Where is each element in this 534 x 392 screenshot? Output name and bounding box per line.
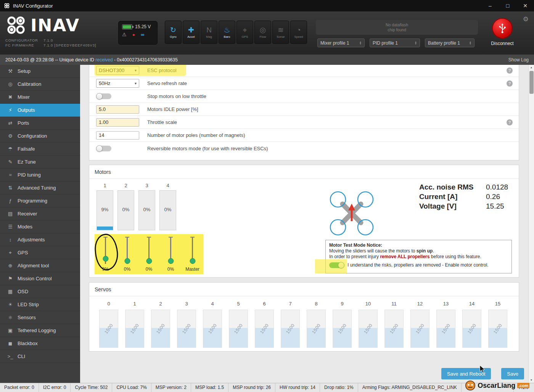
motor-control-enable-toggle[interactable]	[329, 262, 344, 268]
sidebar-item-failsafe[interactable]: ☂ Failsafe	[0, 143, 80, 156]
sidebar-item-mixer[interactable]: ✖ Mixer	[0, 91, 80, 104]
settings-gear-icon[interactable]	[523, 15, 529, 23]
motor-slider[interactable]: Master	[182, 237, 203, 274]
slider-track[interactable]	[170, 237, 171, 264]
esc-protocol-select[interactable]: DSHOT300	[96, 66, 139, 75]
servo-channel: 5 1500	[229, 301, 248, 348]
esc-protocol-label: ESC protocol	[147, 67, 177, 73]
minimize-button[interactable]: –	[481, 0, 499, 11]
titlebar: INAV Configurator – □ ✕	[0, 0, 534, 11]
slider-track[interactable]	[148, 237, 150, 264]
show-log-button[interactable]: Show Log	[508, 57, 529, 63]
idle-power-input[interactable]	[96, 105, 139, 114]
sidebar-item-adjustments[interactable]: ↕ Adjustments	[0, 233, 80, 246]
spinner-arrows-icon	[415, 41, 417, 45]
servo-refresh-row: 50Hz Servo refresh rate	[89, 77, 519, 90]
slider-knob[interactable]	[103, 256, 108, 262]
motor-bar: 0%	[117, 190, 134, 230]
telemetry-label: Current [A]	[419, 192, 486, 201]
sidebar-item-label: Mixer	[18, 94, 30, 100]
slider-label: 0%	[146, 267, 152, 272]
pid-profile-select[interactable]: PID profile 1	[370, 39, 420, 47]
mixer-profile-select[interactable]: Mixer profile 1	[317, 39, 365, 47]
help-icon[interactable]	[507, 67, 513, 74]
sidebar-item-outputs[interactable]: ⚡ Outputs	[0, 104, 80, 117]
help-icon[interactable]	[507, 119, 513, 125]
disconnect-label: Disconnect	[490, 41, 515, 46]
flow-icon: ◎	[260, 26, 266, 34]
servo-bar: 1500	[229, 310, 248, 348]
slider-track[interactable]	[192, 237, 193, 264]
sensor-sonar: ≋ Sonar	[272, 21, 289, 44]
close-button[interactable]: ✕	[516, 0, 534, 11]
sidebar-item-tethered-logging[interactable]: ▣ Tethered Logging	[0, 324, 80, 337]
baro-icon: ♨	[224, 26, 230, 34]
servo-bar: 1500	[281, 310, 300, 348]
sidebar-item-receiver[interactable]: ▤ Receiver	[0, 207, 80, 220]
save-button[interactable]: Save	[501, 368, 524, 379]
sidebar-item-alignment-tool[interactable]: ⊕ Alignment tool	[0, 259, 80, 272]
slider-track[interactable]	[105, 237, 106, 264]
reversible-motors-toggle[interactable]	[96, 146, 111, 151]
slider-knob[interactable]	[146, 258, 152, 264]
slider-knob[interactable]	[168, 258, 174, 264]
status-item: Cycle Time: 502	[71, 383, 112, 392]
servo-refresh-select[interactable]: 50Hz	[96, 79, 139, 88]
sidebar-item-ports[interactable]: ⇄ Ports	[0, 117, 80, 130]
servo-channel: 2 1500	[151, 301, 170, 348]
sidebar-item-blackbox[interactable]: ◼ Blackbox	[0, 337, 80, 350]
toggle-knob[interactable]	[96, 93, 103, 100]
sidebar-item-osd[interactable]: ▦ OSD	[0, 285, 80, 298]
sidebar-item-gps[interactable]: ⌖ GPS	[0, 246, 80, 259]
setup-icon: ⚒	[7, 68, 13, 74]
servo-bar: 1500	[125, 310, 144, 348]
sidebar-item-label: GPS	[18, 250, 28, 255]
battery-profile-select[interactable]: Battery profile 1	[425, 39, 474, 47]
sensor-flow: ◎ Flow	[254, 21, 271, 44]
sidebar-item-pid-tuning[interactable]: ≈ PID tuning	[0, 169, 80, 182]
toggle-knob[interactable]	[96, 145, 103, 152]
motor-slider[interactable]: 0%	[116, 237, 138, 274]
scroll-thumb[interactable]	[529, 71, 534, 94]
stop-motors-toggle[interactable]	[96, 93, 111, 99]
sidebar-item-label: PID tuning	[18, 172, 41, 178]
sidebar-item-configuration[interactable]: ⚙ Configuration	[0, 130, 80, 143]
sidebar-item-cli[interactable]: >_ CLI	[0, 350, 80, 363]
help-icon[interactable]	[507, 80, 513, 87]
motor-poles-input[interactable]	[96, 131, 139, 140]
disconnect-control[interactable]: Disconnect	[490, 18, 515, 46]
sidebar-item-label: Programming	[18, 198, 47, 204]
scroll-up-arrow[interactable]	[529, 65, 534, 70]
maximize-button[interactable]: □	[499, 0, 516, 11]
sidebar-item-led-strip[interactable]: ☀ LED Strip	[0, 298, 80, 311]
motor-slider[interactable]: 0%	[138, 237, 160, 274]
scroll-down-arrow[interactable]	[529, 378, 534, 383]
sidebar-item-mission-control[interactable]: ⚑ Mission Control	[0, 272, 80, 285]
vertical-scrollbar[interactable]	[528, 65, 534, 383]
slider-knob[interactable]	[190, 258, 195, 264]
sidebar-item-sensors[interactable]: ⚛ Sensors	[0, 311, 80, 324]
disconnect-usb-icon[interactable]	[492, 18, 513, 39]
sidebar-item-advanced-tuning[interactable]: ⇅ Advanced Tuning	[0, 182, 80, 194]
motor-control-ack-row: I understand the risks, propellers are r…	[329, 262, 508, 268]
sidebar-item-ez-tune[interactable]: ✎ Ez Tune	[0, 156, 80, 169]
slider-track[interactable]	[127, 237, 128, 264]
sidebar-item-label: Outputs	[18, 107, 35, 113]
slider-knob[interactable]	[124, 258, 130, 264]
sidebar-item-calibration[interactable]: ◎ Calibration	[0, 78, 80, 91]
sidebar-item-setup[interactable]: ⚒ Setup	[0, 65, 80, 78]
sensor-status-bar: ↻ Gyro ✚ Accel N Mag ♨ Baro ⌖ GPS	[165, 21, 307, 44]
sidebar-item-modes[interactable]: ☰ Modes	[0, 220, 80, 233]
sidebar-item-label: OSD	[18, 289, 28, 294]
mouse-cursor	[479, 365, 487, 374]
toggle-knob[interactable]	[338, 262, 344, 268]
servo-bar: 1500	[307, 310, 326, 348]
sidebar-item-programming[interactable]: ƒ Programming	[0, 194, 80, 207]
motor-number: 4	[159, 183, 176, 188]
servo-bar: 1500	[384, 310, 404, 348]
throttle-scale-input[interactable]	[96, 118, 139, 127]
sidebar: ⚒ Setup ◎ Calibration ✖ Mixer ⚡ Outputs …	[0, 65, 80, 383]
motor-slider[interactable]: 9%	[95, 237, 116, 274]
motor-slider[interactable]: 0%	[160, 237, 182, 274]
status-item: MSP load: 1.5	[191, 383, 228, 392]
